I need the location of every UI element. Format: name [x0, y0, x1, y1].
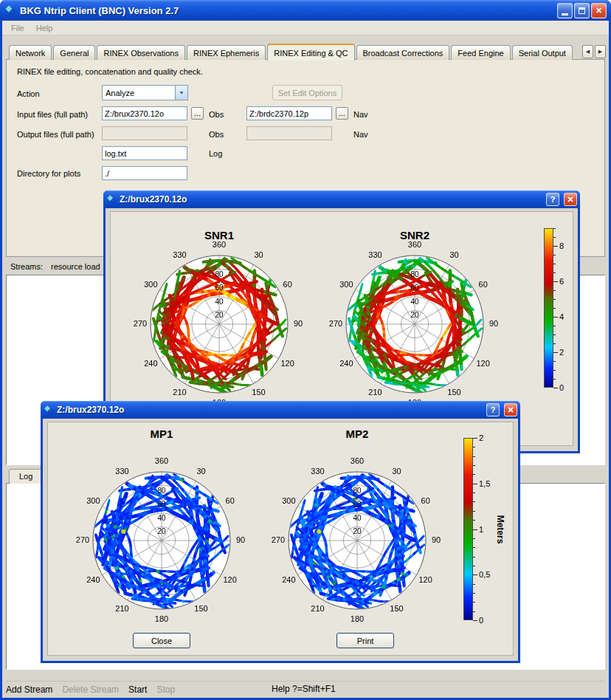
- window-titlebar[interactable]: BKG Ntrip Client (BNC) Version 2.7 ✕: [0, 0, 611, 21]
- colorbar-minor-tick: [473, 593, 475, 594]
- tab-rinex-ephemeris[interactable]: RINEX Ephemeris: [187, 45, 266, 60]
- colorbar-tick: [553, 317, 558, 318]
- stop-button[interactable]: Stop: [156, 684, 175, 695]
- colorbar-tick: [553, 281, 558, 282]
- colorbar-tick-label: 1: [479, 525, 483, 534]
- start-button[interactable]: Start: [128, 684, 147, 695]
- colorbar-tick-label: 4: [559, 312, 564, 321]
- colorbar-minor-tick: [553, 343, 556, 344]
- menu-item-help[interactable]: Help: [30, 22, 59, 34]
- colorbar-minor-tick: [553, 379, 556, 380]
- colorbar-minor-tick: [553, 272, 556, 273]
- tab-general[interactable]: General: [53, 45, 95, 60]
- tab-log[interactable]: Log: [9, 469, 43, 484]
- colorbar-minor-tick: [553, 290, 556, 291]
- app-icon: [4, 4, 16, 16]
- nav-label-input: Nav: [353, 110, 368, 119]
- close-button[interactable]: ✕: [591, 3, 607, 18]
- input-nav-field[interactable]: [246, 106, 332, 120]
- snr-dialog-close-button[interactable]: ✕: [564, 193, 577, 206]
- log-label: Log: [209, 149, 222, 158]
- colorbar-minor-tick: [553, 326, 556, 326]
- colorbar-minor-tick: [553, 334, 556, 335]
- output-nav-field[interactable]: [246, 126, 332, 140]
- tab-scroll-left-button[interactable]: ◀: [582, 45, 593, 58]
- tab-rinex-editing-qc[interactable]: RINEX Editing & QC: [267, 44, 354, 61]
- colorbar-tick-label: 0,5: [479, 570, 490, 579]
- colorbar-tick-label: 0: [559, 383, 564, 392]
- menu-item-file[interactable]: File: [5, 22, 30, 34]
- output-obs-field[interactable]: [102, 126, 187, 140]
- action-select[interactable]: Analyze ▼: [102, 85, 188, 100]
- colorbar-tick: [473, 438, 477, 439]
- streams-status: resource load: [51, 262, 100, 271]
- colorbar-gradient: [463, 438, 473, 620]
- minimize-icon: [562, 13, 568, 16]
- colorbar-minor-tick: [553, 237, 556, 238]
- snr-dialog-title: Z:/brux2370.12o: [120, 194, 542, 205]
- mp-print-button[interactable]: Print: [336, 633, 394, 648]
- maximize-icon: [579, 7, 585, 14]
- tab-scroll-right-button[interactable]: ▶: [595, 45, 606, 58]
- input-files-label: Input files (full path): [17, 110, 88, 119]
- add-stream-button[interactable]: Add Stream: [6, 684, 52, 695]
- tab-broadcast-corrections[interactable]: Broadcast Corrections: [356, 45, 450, 60]
- qc-description: RINEX file editing, concatenation and qu…: [17, 67, 203, 76]
- snr-dialog-titlebar[interactable]: Z:/brux2370.12o ? ✕: [103, 191, 580, 208]
- tab-serial-output[interactable]: Serial Output: [512, 45, 573, 60]
- tab-bar: NetworkGeneralRINEX ObservationsRINEX Ep…: [9, 43, 574, 60]
- obs-label-output: Obs: [209, 130, 224, 139]
- dialog-icon: [44, 405, 54, 415]
- colorbar-minor-tick: [473, 447, 475, 447]
- mp1-title: MP1: [69, 428, 254, 440]
- dropdown-arrow-icon[interactable]: ▼: [175, 86, 187, 100]
- colorbar-tick: [473, 529, 477, 530]
- colorbar-minor-tick: [553, 370, 556, 371]
- colorbar-minor-tick: [473, 493, 475, 493]
- delete-stream-button[interactable]: Delete Stream: [62, 684, 119, 695]
- colorbar-minor-tick: [473, 611, 475, 612]
- colorbar-minor-tick: [473, 474, 475, 475]
- colorbar-minor-tick: [473, 511, 475, 512]
- mp-close-button[interactable]: Close: [133, 633, 190, 648]
- tab-rinex-observations[interactable]: RINEX Observations: [97, 45, 184, 60]
- colorbar-minor-tick: [473, 538, 475, 539]
- maximize-button[interactable]: [574, 3, 590, 18]
- tab-network[interactable]: Network: [9, 45, 52, 60]
- colorbar-tick-label: 2: [559, 348, 564, 357]
- action-value: Analyze: [103, 89, 175, 97]
- colorbar-minor-tick: [473, 501, 475, 502]
- window-title: BKG Ntrip Client (BNC) Version 2.7: [20, 5, 553, 16]
- streams-label: Streams:: [10, 262, 43, 271]
- output-files-label: Output files (full path): [17, 130, 94, 139]
- log-file-field[interactable]: [102, 146, 187, 160]
- input-obs-field[interactable]: [102, 106, 187, 120]
- browse-nav-button[interactable]: ...: [336, 107, 348, 120]
- browse-obs-button[interactable]: ...: [191, 107, 204, 120]
- minimize-button[interactable]: [557, 3, 573, 18]
- colorbar-tick: [473, 574, 477, 575]
- colorbar-minor-tick: [553, 264, 556, 264]
- mp-dialog-help-button[interactable]: ?: [486, 403, 500, 416]
- mp2-title: MP2: [265, 428, 449, 440]
- action-label: Action: [17, 89, 40, 98]
- menu-bar: FileHelp: [2, 21, 609, 35]
- colorbar-minor-tick: [473, 584, 475, 585]
- mp-dialog-close-button[interactable]: ✕: [504, 403, 517, 416]
- colorbar-minor-tick: [473, 602, 475, 603]
- colorbar-minor-tick: [553, 228, 556, 229]
- colorbar-minor-tick: [473, 547, 475, 548]
- tab-feed-engine[interactable]: Feed Engine: [451, 45, 510, 60]
- set-edit-options-button[interactable]: Set Edit Options: [272, 85, 342, 100]
- colorbar-minor-tick: [473, 520, 475, 521]
- bnc-main-window: BKG Ntrip Client (BNC) Version 2.7 ✕ Fil…: [0, 0, 611, 700]
- plot-dir-field[interactable]: [102, 166, 187, 180]
- snr-dialog-help-button[interactable]: ?: [546, 193, 559, 206]
- colorbar-tick: [553, 246, 558, 247]
- mp-dialog-content: MP1 MP2 21,510,50 Meters Close Print: [43, 419, 518, 661]
- colorbar-minor-tick: [553, 299, 556, 300]
- colorbar-minor-tick: [473, 566, 475, 566]
- mp-dialog-titlebar[interactable]: Z:/brux2370.12o ? ✕: [41, 401, 520, 419]
- colorbar-minor-tick: [473, 456, 475, 457]
- colorbar-minor-tick: [553, 361, 556, 362]
